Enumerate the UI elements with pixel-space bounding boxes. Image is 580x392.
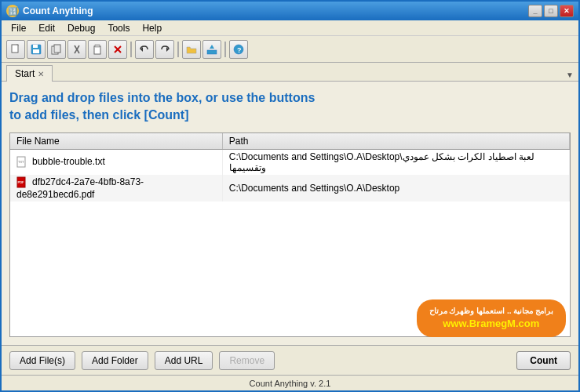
add-files-button[interactable]: Add File(s) [9,351,75,370]
toolbar-undo-button[interactable] [135,40,154,59]
table-row[interactable]: TXTbubble-trouble.txtC:\Documents and Se… [10,149,570,175]
toolbar-copy-button[interactable] [47,40,66,59]
svg-rect-3 [33,49,39,53]
instruction-line1: Drag and drop files into the box, or use… [9,89,571,107]
menu-bar: File Edit Debug Tools Help [2,20,578,36]
toolbar-new-button[interactable] [6,40,25,59]
app-icon: 🔢 [6,5,19,17]
file-name-text: bubble-trouble.txt [32,156,105,167]
window-title: Count Anything [23,5,528,16]
svg-rect-2 [33,45,38,48]
file-name-cell: TXTbubble-trouble.txt [10,149,222,175]
status-text: Count Anything v. 2.1 [250,379,331,388]
file-path-cell: C:\Documents and Settings\O.A\Desktop\لع… [222,149,569,175]
menu-debug[interactable]: Debug [61,21,101,35]
table-row[interactable]: PDFdfb27dc4-2a7e-4bfb-8a73-de8e291becd6.… [10,175,570,201]
tab-bar: Start ✕ ▼ [2,63,578,82]
column-header-filename: File Name [10,133,222,150]
status-bar: Count Anything v. 2.1 [2,375,578,390]
txt-file-icon: TXT [16,156,32,167]
column-header-path: Path [222,133,569,150]
window-controls: _ □ ✕ [528,5,574,17]
toolbar-help-button[interactable]: ? [229,40,248,59]
remove-button[interactable]: Remove [219,351,275,370]
toolbar-delete-button[interactable] [108,40,127,59]
tab-start[interactable]: Start ✕ [6,65,53,82]
add-url-button[interactable]: Add URL [155,351,213,370]
menu-file[interactable]: File [5,21,32,35]
toolbar-save-button[interactable] [27,40,46,59]
instruction-text: Drag and drop files into the box, or use… [9,89,571,125]
minimize-button[interactable]: _ [528,5,542,17]
instruction-line2: to add files, then click [Count] [9,107,571,124]
pdf-file-icon: PDF [16,176,32,187]
svg-rect-14 [207,50,217,54]
tab-dropdown-icon[interactable]: ▼ [566,71,574,79]
title-bar: 🔢 Count Anything _ □ ✕ [2,2,578,20]
svg-marker-15 [210,45,214,49]
toolbar: ? [2,36,578,63]
svg-rect-5 [54,45,60,53]
bottom-bar: Add File(s) Add Folder Add URL Remove Co… [2,345,578,375]
svg-text:?: ? [237,46,242,54]
add-folder-button[interactable]: Add Folder [82,351,148,370]
toolbar-paste-button[interactable] [88,40,107,59]
toolbar-redo-button[interactable] [155,40,174,59]
watermark-arabic: برامج مجانية .. استعملها وظهرك مرتاح [429,306,553,317]
app-window: 🔢 Count Anything _ □ ✕ File Edit Debug T… [0,0,580,392]
toolbar-separator-2 [177,42,179,57]
svg-rect-8 [94,46,100,54]
maximize-button[interactable]: □ [544,5,558,17]
toolbar-separator-3 [224,42,226,57]
svg-rect-9 [95,45,100,47]
svg-text:TXT: TXT [18,160,24,164]
watermark-url: www.BramegM.com [429,317,553,331]
file-name-cell: PDFdfb27dc4-2a7e-4bfb-8a73-de8e291becd6.… [10,175,222,201]
file-table: File Name Path TXTbubble-trouble.txtC:\D… [10,133,570,201]
file-table-body: TXTbubble-trouble.txtC:\Documents and Se… [10,149,570,201]
toolbar-separator-1 [130,42,132,57]
file-path-cell: C:\Documents and Settings\O.A\Desktop [222,175,569,201]
tab-close-icon[interactable]: ✕ [38,70,44,78]
watermark-banner: برامج مجانية .. استعملها وظهرك مرتاح www… [417,299,566,337]
tab-start-label: Start [15,68,35,79]
close-button[interactable]: ✕ [560,5,574,17]
content-area: Drag and drop files into the box, or use… [2,82,578,390]
file-name-text: dfb27dc4-2a7e-4bfb-8a73-de8e291becd6.pdf [16,176,144,200]
count-button[interactable]: Count [516,351,571,370]
toolbar-cut-button[interactable] [67,40,86,59]
svg-text:PDF: PDF [18,180,25,184]
left-action-buttons: Add File(s) Add Folder Add URL Remove [9,351,275,370]
menu-help[interactable]: Help [136,21,168,35]
menu-edit[interactable]: Edit [32,21,61,35]
toolbar-open-button[interactable] [182,40,201,59]
svg-rect-0 [12,45,18,53]
menu-tools[interactable]: Tools [101,21,136,35]
toolbar-export-button[interactable] [202,40,221,59]
